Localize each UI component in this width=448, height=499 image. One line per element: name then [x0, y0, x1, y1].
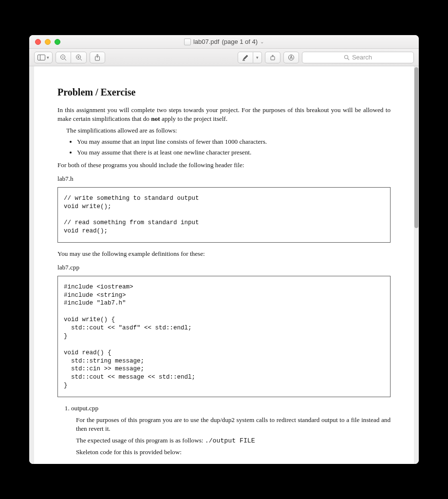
markup-button[interactable] [283, 52, 299, 63]
chevron-down-icon[interactable]: ⌄ [260, 39, 264, 44]
section-heading: Problem / Exercise [57, 86, 391, 99]
list-item: output.cpp For the purposes of this prog… [71, 404, 391, 457]
pdf-page: Problem / Exercise In this assignment yo… [34, 66, 414, 464]
list-item: You may assume that there is at least on… [77, 148, 391, 157]
simplifications-lead: The simplifications allowed are as follo… [57, 126, 391, 135]
chevron-down-icon: ▾ [256, 55, 259, 60]
fullscreen-button[interactable] [55, 39, 60, 45]
task-description: For the purposes of this program you are… [76, 416, 391, 433]
rotate-button[interactable] [265, 52, 280, 63]
traffic-lights [29, 39, 60, 45]
rotate-icon [269, 54, 276, 61]
filename-label: lab7.h [57, 174, 391, 183]
svg-line-15 [348, 58, 349, 60]
chevron-down-icon: ▾ [47, 55, 49, 60]
svg-point-14 [344, 55, 348, 58]
zoom-in-icon [75, 54, 82, 61]
zoom-in-button[interactable] [71, 52, 87, 63]
sidebar-icon [37, 55, 45, 60]
tasks-list: output.cpp For the purposes of this prog… [71, 404, 391, 457]
svg-line-6 [80, 58, 82, 60]
titlebar: lab07.pdf (page 1 of 4) ⌄ [29, 35, 419, 49]
highlighter-icon [242, 54, 249, 61]
highlight-menu-button[interactable]: ▾ [253, 52, 262, 63]
svg-rect-0 [38, 55, 45, 60]
title-filename: lab07.pdf [193, 38, 220, 45]
vertical-scrollbar[interactable] [414, 67, 418, 228]
code-block-cpp: #include <iostream> #include <string> #i… [57, 276, 391, 397]
toolbar: ▾ ▾ Search [29, 49, 419, 66]
search-placeholder: Search [352, 54, 372, 61]
svg-rect-12 [271, 57, 275, 60]
annotate-group: ▾ [238, 52, 262, 63]
highlight-button[interactable] [238, 52, 253, 63]
markup-icon [288, 54, 295, 61]
sidebar-toggle-button[interactable]: ▾ [34, 52, 53, 63]
zoom-out-button[interactable] [56, 52, 71, 63]
intro-paragraph: In this assignment you will complete two… [57, 106, 391, 123]
task-skeleton-lead: Skeleton code for this is provided below… [76, 448, 391, 457]
share-icon [94, 54, 100, 61]
filename-label: lab7.cpp [57, 263, 391, 272]
simplifications-list: You may assume that an input line consis… [77, 137, 391, 157]
app-window: lab07.pdf (page 1 of 4) ⌄ ▾ ▾ [29, 35, 419, 464]
zoom-out-icon [60, 54, 67, 61]
code-block-header: // write something to standard output vo… [57, 187, 391, 243]
svg-line-3 [65, 58, 67, 60]
minimize-button[interactable] [45, 39, 51, 45]
search-input[interactable]: Search [302, 52, 414, 63]
task-title: output.cpp [71, 404, 98, 412]
zoom-group [56, 52, 87, 63]
window-title: lab07.pdf (page 1 of 4) ⌄ [29, 38, 419, 45]
document-icon [184, 38, 191, 45]
pdf-viewport[interactable]: Problem / Exercise In this assignment yo… [29, 66, 419, 464]
title-pageinfo: (page 1 of 4) [222, 38, 258, 45]
search-icon [344, 55, 350, 60]
close-button[interactable] [35, 39, 41, 45]
header-file-lead: For both of these programs you should in… [57, 161, 391, 170]
task-usage: The expected usage of this program is as… [76, 436, 391, 445]
example-defs-lead: You may use the following example defini… [57, 250, 391, 258]
list-item: You may assume that an input line consis… [77, 137, 391, 146]
share-button[interactable] [90, 52, 105, 63]
